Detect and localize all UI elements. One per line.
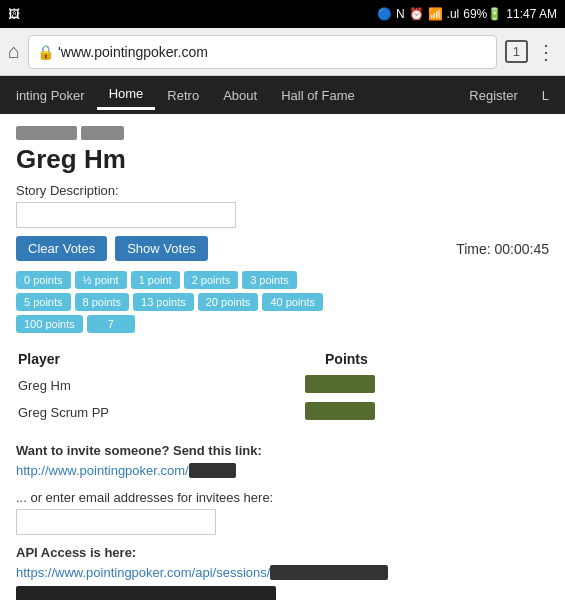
timer-label: Time: [456, 241, 490, 257]
show-votes-button[interactable]: Show Votes [115, 236, 208, 261]
vote-btn-100[interactable]: 100 points [16, 315, 83, 333]
status-bar: 🖼 🔵 N ⏰ 📶 .ul 69%🔋 11:47 AM [0, 0, 565, 28]
nav-item-hall-of-fame[interactable]: Hall of Fame [269, 82, 367, 109]
menu-dots-icon[interactable]: ⋮ [536, 40, 557, 64]
api-label: API Access is here: [16, 545, 549, 560]
col-header-points: Points [285, 347, 547, 371]
api-url-redacted: ●●●●●●●●●●●●●●● [270, 565, 388, 580]
points-bar-2 [305, 402, 375, 420]
nav-brand: inting Poker [4, 82, 97, 109]
page-title: Greg Hm [16, 144, 549, 175]
timer-display: Time: 00:00:45 [456, 241, 549, 257]
invite-label: Want to invite someone? Send this link: [16, 443, 549, 458]
player-points-2 [285, 400, 547, 425]
table-row: Greg Scrum PP [18, 400, 547, 425]
address-bar: ⌂ 🔒 'www.pointingpoker.com 1 ⋮ [0, 28, 565, 76]
table-row: Greg Hm [18, 373, 547, 398]
session-id-row: Session ID: ●●●●●● [16, 126, 549, 140]
status-right: 🔵 N ⏰ 📶 .ul 69%🔋 11:47 AM [377, 7, 557, 21]
vote-buttons-grid: 0 points ½ point 1 point 2 points 3 poin… [16, 271, 336, 333]
main-content: Session ID: ●●●●●● Greg Hm Story Descrip… [0, 114, 565, 600]
nav-bar: inting Poker Home Retro About Hall of Fa… [0, 76, 565, 114]
url-text: 'www.pointingpoker.com [58, 44, 208, 60]
vote-btn-2[interactable]: 2 points [184, 271, 239, 289]
battery-indicator: 69%🔋 [463, 7, 502, 21]
vote-btn-0[interactable]: 0 points [16, 271, 71, 289]
player-name-1: Greg Hm [18, 373, 283, 398]
bluetooth-icon: 🔵 [377, 7, 392, 21]
nav-item-about[interactable]: About [211, 82, 269, 109]
vote-btn-3[interactable]: 3 points [242, 271, 297, 289]
email-invitees-input[interactable] [16, 509, 216, 535]
story-description-label: Story Description: [16, 183, 549, 198]
action-buttons-row: Clear Votes Show Votes Time: 00:00:45 [16, 236, 549, 261]
col-header-player: Player [18, 347, 283, 371]
nav-item-retro[interactable]: Retro [155, 82, 211, 109]
session-id-value: ●●●●●● [81, 126, 125, 140]
home-icon[interactable]: ⌂ [8, 40, 20, 63]
vote-btn-7[interactable]: 7 [87, 315, 135, 333]
api-link[interactable]: https://www.pointingpoker.com/api/sessio… [16, 565, 388, 580]
vote-btn-half[interactable]: ½ point [75, 271, 127, 289]
vote-btn-1[interactable]: 1 point [131, 271, 180, 289]
session-id-label: Session ID: [16, 126, 77, 140]
clear-votes-button[interactable]: Clear Votes [16, 236, 107, 261]
vote-btn-20[interactable]: 20 points [198, 293, 259, 311]
vote-btn-40[interactable]: 40 points [262, 293, 323, 311]
wifi-icon: 📶 [428, 7, 443, 21]
status-left: 🖼 [8, 7, 20, 21]
email-invitees-label: ... or enter email addresses for invitee… [16, 490, 549, 505]
api-link-bar [16, 586, 276, 600]
clock: 11:47 AM [506, 7, 557, 21]
vote-btn-5[interactable]: 5 points [16, 293, 71, 311]
player-points-1 [285, 373, 547, 398]
player-name-2: Greg Scrum PP [18, 400, 283, 425]
points-bar-1 [305, 375, 375, 393]
invite-link[interactable]: http://www.pointingpoker.com/●●●●●● [16, 463, 236, 478]
players-table: Player Points Greg Hm Greg Scrum PP [16, 345, 549, 427]
lock-icon: 🔒 [37, 44, 54, 60]
nav-item-login[interactable]: L [530, 82, 561, 109]
url-box[interactable]: 🔒 'www.pointingpoker.com [28, 35, 497, 69]
alarm-icon: ⏰ [409, 7, 424, 21]
story-description-input[interactable] [16, 202, 236, 228]
vote-btn-13[interactable]: 13 points [133, 293, 194, 311]
nav-item-register[interactable]: Register [457, 82, 529, 109]
invite-url-redacted: ●●●●●● [189, 463, 236, 478]
camera-icon: 🖼 [8, 7, 20, 21]
vote-btn-8[interactable]: 8 points [75, 293, 130, 311]
tab-count[interactable]: 1 [505, 40, 528, 63]
nfc-icon: N [396, 7, 405, 21]
api-link-row: https://www.pointingpoker.com/api/sessio… [16, 564, 549, 580]
invite-section: Want to invite someone? Send this link: … [16, 443, 549, 478]
timer-value: 00:00:45 [495, 241, 550, 257]
nav-item-home[interactable]: Home [97, 80, 156, 110]
signal-icon: .ul [447, 7, 460, 21]
